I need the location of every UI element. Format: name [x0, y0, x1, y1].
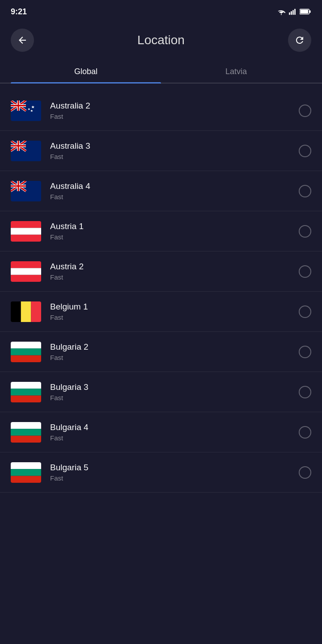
- back-icon: [17, 35, 28, 46]
- flag-austria: [11, 221, 41, 242]
- list-item[interactable]: Bulgaria 4 Fast: [0, 412, 322, 452]
- svg-rect-56: [11, 422, 41, 429]
- svg-rect-5: [309, 10, 311, 13]
- svg-rect-48: [21, 301, 31, 322]
- svg-rect-53: [11, 382, 41, 389]
- svg-rect-43: [11, 234, 41, 241]
- status-icons: [276, 8, 311, 15]
- svg-rect-41: [11, 221, 41, 228]
- list-item[interactable]: Australia 2 Fast: [0, 91, 322, 131]
- status-time: 9:21: [11, 7, 27, 17]
- flag-bulgaria: [11, 382, 41, 402]
- svg-rect-16: [11, 105, 26, 106]
- location-name: Bulgaria 3: [50, 382, 299, 392]
- refresh-button[interactable]: [288, 29, 311, 52]
- location-name: Belgium 1: [50, 302, 299, 312]
- location-name: Bulgaria 4: [50, 422, 299, 432]
- location-speed: Fast: [50, 314, 299, 321]
- flag-australia: [11, 141, 41, 161]
- battery-icon: [300, 8, 311, 15]
- svg-rect-49: [31, 301, 41, 322]
- location-name: Australia 2: [50, 101, 299, 111]
- refresh-icon: [294, 35, 305, 46]
- list-item[interactable]: Austria 1 Fast: [0, 211, 322, 251]
- svg-rect-30: [11, 145, 26, 146]
- list-item[interactable]: Australia 3 Fast: [0, 131, 322, 171]
- location-name: Bulgaria 2: [50, 342, 299, 352]
- list-item[interactable]: Bulgaria 2 Fast: [0, 332, 322, 372]
- list-item[interactable]: Austria 2 Fast: [0, 251, 322, 292]
- svg-rect-59: [11, 462, 41, 469]
- flag-australia: [11, 100, 41, 121]
- wifi-icon: [276, 8, 286, 15]
- svg-rect-2: [292, 10, 294, 15]
- svg-rect-50: [11, 342, 41, 348]
- location-speed: Fast: [50, 394, 299, 401]
- location-info: Bulgaria 4 Fast: [50, 422, 299, 442]
- svg-rect-44: [11, 261, 41, 268]
- location-info: Australia 4 Fast: [50, 181, 299, 201]
- location-speed: Fast: [50, 273, 299, 281]
- radio-button[interactable]: [299, 426, 311, 439]
- page-title: Location: [137, 33, 185, 47]
- svg-rect-57: [11, 429, 41, 435]
- radio-button[interactable]: [299, 346, 311, 358]
- radio-button[interactable]: [299, 185, 311, 197]
- svg-rect-47: [11, 301, 21, 322]
- location-info: Australia 3 Fast: [50, 141, 299, 160]
- list-item[interactable]: Bulgaria 3 Fast: [0, 372, 322, 412]
- flag-bulgaria: [11, 342, 41, 362]
- location-name: Bulgaria 5: [50, 463, 299, 473]
- radio-button[interactable]: [299, 145, 311, 157]
- radio-button[interactable]: [299, 386, 311, 398]
- location-info: Belgium 1 Fast: [50, 302, 299, 321]
- location-info: Bulgaria 3 Fast: [50, 382, 299, 401]
- list-item[interactable]: Australia 4 Fast: [0, 171, 322, 211]
- svg-rect-1: [291, 11, 292, 15]
- radio-button[interactable]: [299, 305, 311, 318]
- location-speed: Fast: [50, 193, 299, 201]
- svg-rect-55: [11, 395, 41, 402]
- svg-rect-42: [11, 228, 41, 234]
- svg-rect-58: [11, 435, 41, 442]
- flag-bulgaria: [11, 462, 41, 483]
- location-info: Bulgaria 2 Fast: [50, 342, 299, 361]
- radio-button[interactable]: [299, 265, 311, 278]
- radio-button[interactable]: [299, 105, 311, 117]
- radio-button[interactable]: [299, 225, 311, 238]
- svg-rect-46: [11, 275, 41, 281]
- radio-button[interactable]: [299, 466, 311, 479]
- list-item[interactable]: Bulgaria 5 Fast: [0, 452, 322, 493]
- flag-austria: [11, 261, 41, 282]
- svg-rect-60: [11, 469, 41, 476]
- location-speed: Fast: [50, 233, 299, 241]
- location-name: Austria 2: [50, 262, 299, 272]
- svg-rect-51: [11, 348, 41, 355]
- location-list: Australia 2 Fast Australia 3 Fast: [0, 87, 322, 496]
- svg-rect-6: [300, 10, 308, 13]
- tab-latvia[interactable]: Latvia: [161, 61, 311, 83]
- location-name: Australia 3: [50, 141, 299, 151]
- location-speed: Fast: [50, 354, 299, 361]
- back-button[interactable]: [11, 29, 34, 52]
- location-speed: Fast: [50, 113, 299, 120]
- tab-global[interactable]: Global: [11, 61, 161, 83]
- svg-rect-54: [11, 389, 41, 395]
- location-info: Austria 1 Fast: [50, 222, 299, 241]
- flag-belgium: [11, 301, 41, 322]
- svg-rect-3: [294, 9, 296, 15]
- svg-rect-40: [11, 185, 26, 187]
- svg-rect-61: [11, 476, 41, 482]
- status-bar: 9:21: [0, 0, 322, 21]
- location-info: Australia 2 Fast: [50, 101, 299, 120]
- location-speed: Fast: [50, 474, 299, 482]
- location-info: Austria 2 Fast: [50, 262, 299, 281]
- list-item[interactable]: Belgium 1 Fast: [0, 292, 322, 332]
- location-name: Australia 4: [50, 181, 299, 191]
- flag-australia: [11, 181, 41, 201]
- svg-rect-52: [11, 355, 41, 362]
- location-speed: Fast: [50, 434, 299, 442]
- svg-rect-45: [11, 268, 41, 275]
- location-info: Bulgaria 5 Fast: [50, 463, 299, 482]
- tabs-container: Global Latvia: [0, 61, 322, 84]
